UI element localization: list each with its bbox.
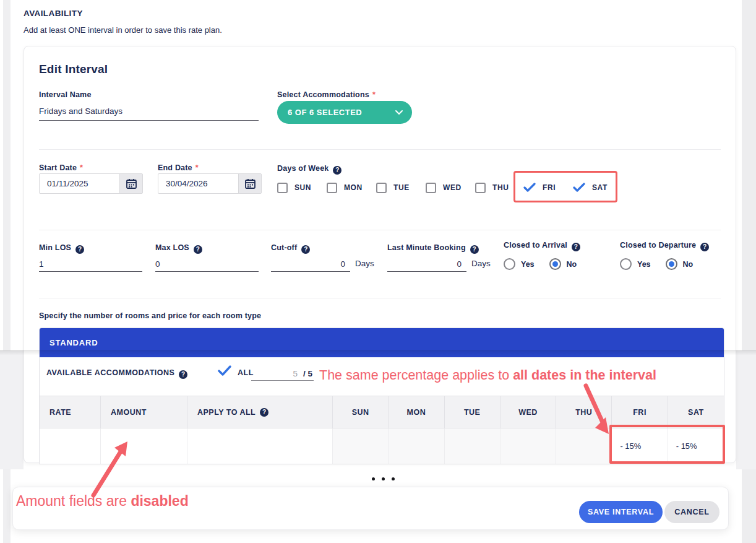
radio-label: No (683, 260, 694, 269)
end-date-value: 30/04/2026 (158, 174, 238, 193)
max-los-label: Max LOS? (155, 243, 202, 254)
column-header-wed: WED (500, 396, 556, 428)
rates-table-header: RATEAMOUNTAPPLY TO ALL?SUNMONTUEWEDTHUFR… (40, 396, 724, 428)
closed-to-departure-yes-radio[interactable]: Yes (620, 258, 651, 270)
cancel-button[interactable]: CANCEL (664, 501, 719, 523)
availability-page: AVAILABILITY Add at least ONE interval i… (0, 0, 756, 543)
closed-to-arrival-label: Closed to Arrival? (504, 241, 580, 251)
interval-name-label: Interval Name (39, 90, 92, 99)
min-los-label: Min LOS? (39, 243, 84, 254)
divider (39, 230, 721, 230)
fri-sat-highlight-box (513, 171, 617, 202)
day-checkbox-thu[interactable]: THU (475, 180, 509, 195)
cell-rate (40, 428, 101, 464)
calendar-icon (126, 178, 137, 189)
help-icon[interactable]: ? (333, 166, 341, 175)
checkbox-icon (277, 183, 288, 193)
help-icon[interactable]: ? (194, 245, 202, 254)
divider (39, 298, 721, 298)
help-icon[interactable]: ? (700, 243, 709, 251)
column-header-label: RATE (49, 408, 71, 417)
min-los-input[interactable]: 1 (39, 254, 142, 272)
accommodations-dropdown-value: 6 OF 6 SELECTED (288, 108, 395, 117)
cell-wed[interactable] (500, 428, 556, 464)
required-asterisk: * (372, 90, 376, 99)
day-checkbox-sun[interactable]: SUN (277, 180, 311, 195)
last-minute-booking-input[interactable]: 0 (387, 254, 466, 272)
closed-to-departure-no-radio[interactable]: No (666, 258, 694, 270)
end-date-calendar-button[interactable] (238, 174, 261, 193)
day-checkbox-mon[interactable]: MON (327, 180, 363, 195)
cut-off-input[interactable]: 0 (271, 254, 350, 272)
column-header-label: SAT (688, 408, 704, 417)
day-checkbox-tue[interactable]: TUE (376, 180, 410, 195)
rooms-instruction: Specify the number of rooms and price fo… (39, 311, 261, 320)
radio-icon (549, 258, 561, 270)
left-gutter (0, 350, 24, 469)
available-accommodations-label: AVAILABLE ACCOMMODATIONS? (46, 368, 187, 379)
all-check-icon[interactable] (218, 365, 231, 376)
available-accommodations-input[interactable]: 5 / 5 (251, 362, 314, 381)
column-header-sun: SUN (333, 396, 389, 428)
amount-annotation: Amount fields are disabled (16, 493, 189, 510)
fri-sat-cells-highlight-box (609, 425, 725, 464)
column-header-apply-to-all: APPLY TO ALL? (187, 396, 333, 428)
help-icon[interactable]: ? (75, 245, 84, 254)
end-date-label: End Date* (158, 163, 199, 172)
radio-label: Yes (637, 260, 651, 269)
column-header-label: TUE (464, 408, 481, 417)
column-header-label: APPLY TO ALL (197, 408, 256, 417)
cell-sun[interactable] (333, 428, 389, 464)
help-icon[interactable]: ? (572, 243, 580, 251)
help-icon[interactable]: ? (301, 245, 310, 254)
radio-icon (666, 258, 677, 270)
checkbox-icon (426, 183, 436, 193)
closed-to-arrival-no-radio[interactable]: No (549, 258, 577, 270)
sticky-shadow (0, 350, 756, 355)
percentage-annotation: The same percentage applies to all dates… (319, 368, 656, 383)
required-asterisk: * (80, 163, 83, 172)
required-asterisk: * (195, 163, 199, 172)
chevron-down-icon (395, 110, 403, 115)
column-header-label: THU (575, 408, 592, 417)
column-header-label: MON (407, 408, 426, 417)
interval-name-input[interactable]: Fridays and Saturdays (39, 103, 259, 121)
column-header-fri: FRI (612, 396, 668, 428)
start-date-label: Start Date* (39, 163, 83, 172)
radio-icon (504, 258, 515, 270)
column-header-label: FRI (633, 408, 646, 417)
right-gutter (736, 350, 756, 469)
divider (39, 149, 721, 150)
cell-thu[interactable] (556, 428, 612, 464)
help-icon[interactable]: ? (260, 408, 268, 417)
closed-to-departure-radio-group: YesNo (620, 258, 708, 270)
days-of-week-label: Days of Week? (277, 164, 341, 175)
cell-tue[interactable] (445, 428, 500, 464)
save-interval-button[interactable]: SAVE INTERVAL (579, 501, 663, 523)
day-label: WED (443, 183, 462, 192)
help-icon[interactable]: ? (470, 245, 479, 254)
start-date-calendar-button[interactable] (119, 174, 142, 193)
help-icon[interactable]: ? (179, 370, 187, 379)
cut-off-label: Cut-off? (271, 243, 310, 254)
section-title: AVAILABILITY (24, 9, 83, 18)
last-minute-booking-suffix: Days (471, 259, 491, 268)
column-header-label: WED (518, 408, 538, 417)
start-date-input[interactable]: 01/11/2025 (39, 173, 143, 194)
closed-to-arrival-yes-radio[interactable]: Yes (504, 258, 535, 270)
accommodations-dropdown[interactable]: 6 OF 6 SELECTED (277, 101, 412, 124)
cell-apply-to-all (187, 428, 333, 464)
cell-mon[interactable] (389, 428, 444, 464)
max-los-input[interactable]: 0 (155, 254, 259, 272)
day-checkbox-wed[interactable]: WED (426, 180, 462, 195)
day-label: THU (492, 183, 509, 192)
column-header-label: SUN (352, 408, 369, 417)
end-date-input[interactable]: 30/04/2026 (158, 173, 262, 194)
radio-icon (620, 258, 632, 270)
available-accommodations-value: 5 (293, 369, 298, 378)
edit-interval-card: Edit Interval Interval Name Fridays and … (24, 46, 736, 463)
cell-amount (101, 428, 187, 464)
cut-off-suffix: Days (355, 259, 374, 268)
radio-label: No (567, 260, 577, 269)
column-header-sat: SAT (668, 396, 724, 428)
